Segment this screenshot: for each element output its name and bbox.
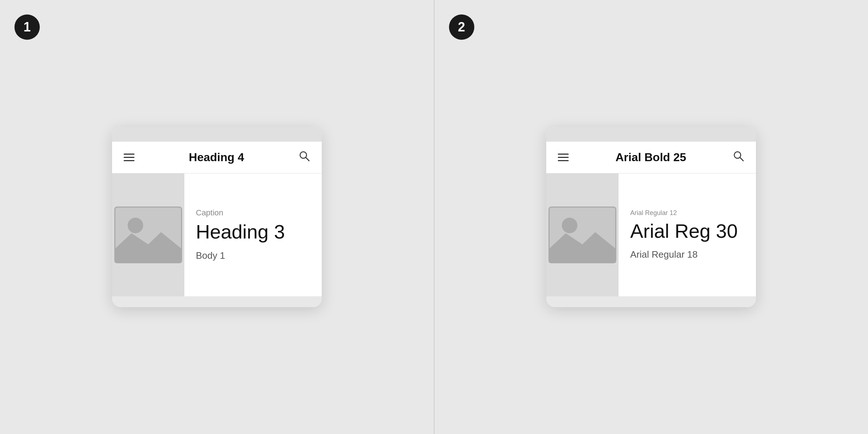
panel-2: 2 Arial Bold 25 <box>435 0 868 434</box>
mockup-2: Arial Bold 25 <box>546 127 756 307</box>
heading3-2: Arial Reg 30 <box>630 220 737 242</box>
content-text-2: Arial Regular 12 Arial Reg 30 Arial Regu… <box>619 173 749 296</box>
hamburger-icon-1[interactable] <box>124 154 134 161</box>
mockup-content-1: Caption Heading 3 Body 1 <box>112 173 322 296</box>
content-image-1 <box>112 173 184 296</box>
mockup-footer-2 <box>546 296 756 307</box>
badge-2: 2 <box>449 14 474 40</box>
content-text-1: Caption Heading 3 Body 1 <box>184 173 296 296</box>
titlebar-1 <box>112 127 322 142</box>
search-icon-2[interactable] <box>733 150 744 164</box>
header-title-2: Arial Bold 25 <box>615 151 686 164</box>
mockup-body-1: Heading 4 Capt <box>112 142 322 296</box>
mockup-content-2: Arial Regular 12 Arial Reg 30 Arial Regu… <box>546 173 756 296</box>
titlebar-2 <box>546 127 756 142</box>
search-icon-1[interactable] <box>299 150 310 164</box>
mockup-header-1: Heading 4 <box>112 142 322 173</box>
caption-2: Arial Regular 12 <box>630 209 737 217</box>
badge-1: 1 <box>14 14 40 40</box>
panel-1: 1 Heading 4 <box>0 0 434 434</box>
svg-point-7 <box>562 218 577 233</box>
header-title-1: Heading 4 <box>189 151 244 164</box>
svg-line-5 <box>740 158 743 161</box>
svg-line-1 <box>306 158 309 161</box>
mockup-body-2: Arial Bold 25 <box>546 142 756 296</box>
body1-2: Arial Regular 18 <box>630 249 737 260</box>
mockup-header-2: Arial Bold 25 <box>546 142 756 173</box>
mockup-footer-1 <box>112 296 322 307</box>
hamburger-icon-2[interactable] <box>558 154 569 161</box>
body1-1: Body 1 <box>196 250 285 261</box>
caption-1: Caption <box>196 208 285 218</box>
content-image-2 <box>546 173 619 296</box>
heading3-1: Heading 3 <box>196 221 285 242</box>
mockup-1: Heading 4 Capt <box>112 127 322 307</box>
svg-point-3 <box>128 218 143 233</box>
